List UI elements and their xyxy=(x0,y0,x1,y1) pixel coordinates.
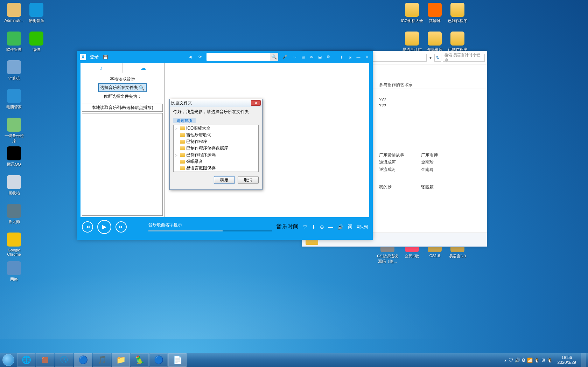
like-icon[interactable]: ♡ xyxy=(303,224,307,230)
systray-icon[interactable]: 🐧 xyxy=(534,358,540,363)
desktop-icon[interactable]: 腾讯QQ xyxy=(3,146,25,167)
progress-bar[interactable] xyxy=(148,230,272,231)
dialog-titlebar: 浏览文件夹 ✕ xyxy=(170,99,262,107)
desktop-icon[interactable]: 回收站 xyxy=(3,175,25,196)
back-icon[interactable]: ◀ xyxy=(187,54,193,60)
next-button[interactable]: ⏭ xyxy=(115,221,127,233)
task-app2[interactable]: 🦜 xyxy=(131,353,149,367)
desktop-icon[interactable]: 猿辅导 xyxy=(424,3,446,23)
desktop-icon[interactable]: 网络 xyxy=(3,261,25,282)
tree-item[interactable]: 易语言计时小程序 xyxy=(174,172,258,172)
desktop-icon[interactable]: Administr... xyxy=(3,3,25,22)
dialog-selected: 请选择项 xyxy=(173,118,196,123)
desktop-icon[interactable]: 已制作程序 xyxy=(446,3,469,23)
volume-icon[interactable]: 🔊 xyxy=(337,224,343,230)
play-button[interactable]: ▶ xyxy=(97,220,111,234)
task-explorer[interactable]: 📁 xyxy=(112,353,130,367)
desktop-icon[interactable]: 鲁大师 xyxy=(3,204,25,224)
col-artist[interactable]: 参与创作的艺术家 xyxy=(379,82,487,88)
desktop-icon[interactable]: 软件管理 xyxy=(3,32,25,52)
taskbar: 🌐 🟫 Ⓚ 🔵 🎵 📁 🦜 🔵 📄 ▴ 🛡 🔊 ⚙ 📶 🐧 ⛨ 🐧 18:56 … xyxy=(0,353,588,367)
tree-item[interactable]: 吉他乐谱歌词 xyxy=(174,132,258,138)
tree-item[interactable]: 已制作程序储存数据库 xyxy=(174,145,258,152)
app-logo-icon: X xyxy=(80,54,86,60)
desktop-icon[interactable]: 酷狗音乐 xyxy=(25,3,48,23)
task-app3[interactable]: 🔵 xyxy=(149,353,168,367)
task-minecraft[interactable]: 🟫 xyxy=(36,353,54,367)
tree-item[interactable]: 已制作程序源码 xyxy=(174,152,258,158)
desktop-icon[interactable]: 计算机 xyxy=(3,60,25,81)
song-name-display: 音乐歌曲名字显示 xyxy=(148,222,182,227)
desktop-icon[interactable]: 弹唱录音 xyxy=(424,32,446,52)
search-button[interactable]: 🔍 xyxy=(270,53,278,61)
prev-button[interactable]: ⏮ xyxy=(82,221,93,233)
refresh-icon[interactable]: ⟳ xyxy=(197,54,203,60)
local-music-title: 本地读取音乐 xyxy=(83,76,161,82)
tab-music[interactable]: ♪ xyxy=(80,63,122,73)
browse-folder-dialog: 浏览文件夹 ✕ 你好，我是光影，请选择音乐所在文件夹 请选择项 ICO图标大全吉… xyxy=(169,99,262,190)
task-ie[interactable]: 🌐 xyxy=(17,353,35,367)
desktop-icon[interactable]: Google Chrome xyxy=(3,233,25,256)
systray-icon[interactable]: 🛡 xyxy=(509,358,513,363)
address-dropdown[interactable]: ▾ xyxy=(428,55,433,60)
cloud-icon[interactable]: ⬓ xyxy=(317,54,323,60)
folder-tree[interactable]: ICO图标大全吉他乐谱歌词已制作程序已制作程序储存数据库已制作程序源码弹唱录音易… xyxy=(173,125,259,172)
tab-cloud[interactable]: ☁ xyxy=(122,63,164,73)
search-input[interactable] xyxy=(206,55,270,60)
more-icon[interactable]: ⊕ xyxy=(320,224,324,230)
select-folder-button[interactable]: 选择音乐所在文件夹🔍 xyxy=(98,83,147,92)
lyric-button[interactable]: 词 xyxy=(348,224,352,230)
systray-icon[interactable]: 🔊 xyxy=(514,358,520,363)
taskbar-clock[interactable]: 18:56 2020/3/29 xyxy=(555,355,579,365)
player-titlebar: X 登录 💾 ◀ ⟳ 🔍 🎤 ⊙ ▦ ✉ ⬓ ⚙ ▮ ⎘ — ✕ xyxy=(77,51,373,63)
tree-item[interactable]: ICO图标大全 xyxy=(174,125,258,132)
task-app4[interactable]: 📄 xyxy=(168,353,187,367)
task-chrome[interactable]: 🔵 xyxy=(74,353,92,367)
systray-icon[interactable]: ⚙ xyxy=(522,358,526,363)
selected-folder-label: 你所选择文件夹为： xyxy=(83,94,161,99)
magnifier-icon: 🔍 xyxy=(139,85,145,91)
dialog-close-button[interactable]: ✕ xyxy=(251,100,261,106)
save-icon[interactable]: 💾 xyxy=(102,54,108,60)
minimize-icon[interactable]: — xyxy=(355,54,362,60)
tree-item[interactable]: 已制作程序 xyxy=(174,138,258,145)
dialog-title: 浏览文件夹 xyxy=(171,100,192,106)
login-button[interactable]: 登录 xyxy=(90,54,99,60)
cancel-button[interactable]: 取消 xyxy=(238,176,259,184)
desktop-icon[interactable]: ICO图标大全 xyxy=(401,3,423,23)
playlist-box[interactable] xyxy=(82,113,163,216)
record-icon[interactable]: ⊙ xyxy=(292,54,298,60)
settings-icon[interactable]: ⚙ xyxy=(325,54,331,60)
show-desktop-button[interactable] xyxy=(581,353,586,367)
mail-icon[interactable]: ✉ xyxy=(308,54,315,60)
queue-button[interactable]: ≡队列 xyxy=(357,224,368,230)
explorer-search[interactable]: 搜索 易语言计时小程序 xyxy=(443,54,485,62)
grid-icon[interactable]: ▦ xyxy=(300,54,306,60)
mic-icon[interactable]: 🎤 xyxy=(282,54,288,60)
systray-up-icon[interactable]: ▴ xyxy=(504,358,506,362)
playlist-title: 本地读取音乐列表(选择后点播放) xyxy=(82,104,163,112)
ok-button[interactable]: 确定 xyxy=(214,176,235,184)
systray-icon[interactable]: ⛨ xyxy=(541,358,546,363)
desktop-icon[interactable]: 微信 xyxy=(25,32,48,52)
tree-item[interactable]: 弹唱录音 xyxy=(174,158,258,165)
task-app1[interactable]: 🎵 xyxy=(93,353,111,367)
dialog-message: 你好，我是光影，请选择音乐所在文件夹 xyxy=(170,107,262,117)
search-box: 🔍 xyxy=(206,53,278,61)
music-time-display: 音乐时间 xyxy=(276,223,299,230)
windows-orb-icon xyxy=(2,354,14,366)
desktop-icon[interactable]: 电脑管家 xyxy=(3,89,25,110)
refresh-button[interactable]: ↻ xyxy=(434,54,441,62)
dash-icon[interactable]: — xyxy=(328,224,333,230)
desktop-icon[interactable]: 一键备份还原 xyxy=(3,118,25,144)
download-icon[interactable]: ⬇ xyxy=(312,224,316,230)
compact-icon[interactable]: ⎘ xyxy=(347,54,353,60)
tree-item[interactable]: 易语言截图保存 xyxy=(174,165,258,172)
close-icon[interactable]: ✕ xyxy=(364,54,370,60)
systray-icon[interactable]: 🐧 xyxy=(547,358,553,363)
mini-icon[interactable]: ▮ xyxy=(338,54,345,60)
task-kugou[interactable]: Ⓚ xyxy=(55,353,73,367)
start-button[interactable] xyxy=(0,353,17,367)
systray-icon[interactable]: 📶 xyxy=(527,358,533,363)
